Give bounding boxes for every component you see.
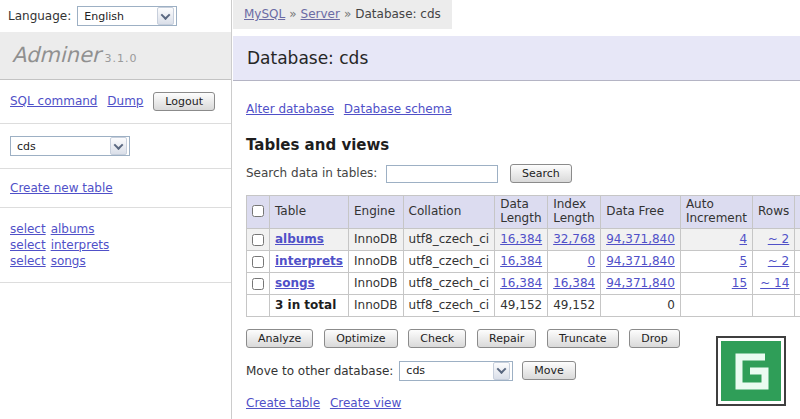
tables-views-heading: Tables and views [246,136,800,154]
cell-index-length-link[interactable]: 16,384 [553,276,595,290]
table-row: interprets InnoDB utf8_czech_ci 16,384 0… [247,250,800,272]
breadcrumb: MySQL»Server»Database: cds [233,0,452,29]
cell-rows-link[interactable]: ~ 14 [760,276,789,290]
cell-data-free-link[interactable]: 94,371,840 [606,232,675,246]
cell-auto-increment-link[interactable]: 4 [739,232,747,246]
total-collation: utf8_czech_ci [403,294,495,316]
cell-comment: Interpret [795,250,800,272]
title-bar: Database: cds [233,36,800,81]
albums-link[interactable]: albums [51,222,95,236]
chevron-down-icon [493,362,510,380]
table-link-albums[interactable]: albums [275,232,324,246]
cell-collation: utf8_czech_ci [403,228,495,250]
cell-data-free-link[interactable]: 94,371,840 [606,254,675,268]
cell-data-length-link[interactable]: 16,384 [500,232,542,246]
col-header-comment: Comment [795,196,800,229]
cell-rows-link[interactable]: ~ 2 [768,232,790,246]
content: Alter database Database schema Tables an… [233,102,800,419]
drop-button[interactable]: Drop [629,329,679,348]
breadcrumb-separator: » [344,7,351,21]
table-link-row: selectsongs [10,254,221,268]
g-logo-icon [718,338,784,404]
search-input[interactable] [386,165,498,183]
row-checkbox-albums[interactable] [252,234,264,246]
cell-data-length-link[interactable]: 16,384 [500,276,542,290]
cell-index-length-link[interactable]: 0 [588,254,596,268]
sidebar: Language: English Adminer3.1.0 SQL comma… [0,0,232,419]
total-index-length: 49,152 [548,294,601,316]
repair-button[interactable]: Repair [477,329,536,348]
search-row: Search data in tables: Search [246,164,800,183]
select-interprets-link[interactable]: select [10,238,46,252]
search-label: Search data in tables: [246,166,377,180]
table-links-block: selectalbums selectinterprets selectsong… [0,208,231,283]
col-header-auto-increment: Auto Increment [680,196,752,229]
move-button[interactable]: Move [522,361,576,380]
alter-database-link[interactable]: Alter database [246,102,334,116]
truncate-button[interactable]: Truncate [547,329,618,348]
row-checkbox-interprets[interactable] [252,256,264,268]
move-select-value: cds [406,364,425,377]
database-select-value: cds [17,140,36,153]
database-schema-link[interactable]: Database schema [344,102,452,116]
select-albums-link[interactable]: select [10,222,46,236]
col-header-rows: Rows [753,196,795,229]
songs-link[interactable]: songs [51,254,86,268]
create-view-link[interactable]: Create view [330,396,401,410]
row-checkbox-songs[interactable] [252,278,264,290]
table-link-interprets[interactable]: interprets [275,254,343,268]
create-table-link[interactable]: Create table [246,396,320,410]
cell-collation: utf8_czech_ci [403,272,495,294]
col-header-data-free: Data Free [601,196,681,229]
cell-engine: InnoDB [348,228,403,250]
select-songs-link[interactable]: select [10,254,46,268]
sql-command-link[interactable]: SQL command [10,94,97,108]
select-all-checkbox[interactable] [252,205,264,217]
cell-index-length-link[interactable]: 32,768 [553,232,595,246]
main-content: MySQL»Server»Database: cds Database: cds… [233,0,800,419]
col-header-data-length: Data Length [495,196,548,229]
cell-collation: utf8_czech_ci [403,250,495,272]
database-select-block: cds [0,124,231,169]
create-new-table-link[interactable]: Create new table [10,181,113,195]
cell-data-length-link[interactable]: 16,384 [500,254,542,268]
table-header-row: Table Engine Collation Data Length Index… [247,196,800,229]
green-g-logo [716,336,786,406]
cell-data-free-link[interactable]: 94,371,840 [606,276,675,290]
table-row: songs InnoDB utf8_czech_ci 16,384 16,384… [247,272,800,294]
check-button[interactable]: Check [408,329,466,348]
logout-button[interactable]: Logout [153,92,215,111]
total-data-length: 49,152 [495,294,548,316]
table-link-songs[interactable]: songs [275,276,315,290]
cell-engine: InnoDB [348,250,403,272]
table-total-row: 3 in total InnoDB utf8_czech_ci 49,152 4… [247,294,800,316]
app-title: Adminer [12,43,100,67]
search-button[interactable]: Search [510,164,572,183]
col-header-table: Table [270,196,349,229]
cell-auto-increment-link[interactable]: 5 [739,254,747,268]
cell-auto-increment-link[interactable]: 15 [732,276,747,290]
dump-link[interactable]: Dump [107,94,143,108]
total-label: 3 in total [270,294,349,316]
language-select[interactable]: English [77,6,177,26]
move-label: Move to other database: [246,364,393,378]
adminer-page: Language: English Adminer3.1.0 SQL comma… [0,0,800,419]
optimize-button[interactable]: Optimize [324,329,397,348]
chevron-down-icon [110,137,127,155]
cell-rows-link[interactable]: ~ 2 [768,254,790,268]
database-select[interactable]: cds [10,136,130,156]
interprets-link[interactable]: interprets [51,238,110,252]
database-links: Alter database Database schema [246,102,800,116]
table-row: albums InnoDB utf8_czech_ci 16,384 32,76… [247,228,800,250]
breadcrumb-server-link[interactable]: Server [301,7,340,21]
table-link-row: selectinterprets [10,238,221,252]
cell-comment [795,272,800,294]
move-database-select[interactable]: cds [399,361,513,381]
breadcrumb-mysql-link[interactable]: MySQL [244,7,285,21]
analyze-button[interactable]: Analyze [246,329,313,348]
col-header-engine: Engine [348,196,403,229]
app-version: 3.1.0 [104,52,137,65]
language-select-value: English [84,10,124,23]
total-data-free: 0 [601,294,681,316]
cell-engine: InnoDB [348,272,403,294]
